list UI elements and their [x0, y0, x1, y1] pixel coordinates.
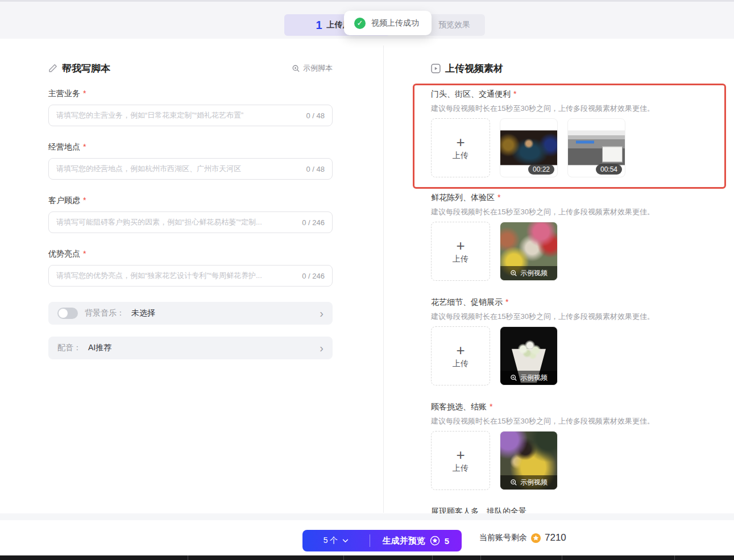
bgm-toggle[interactable] — [57, 308, 78, 319]
taskbar-divider — [188, 555, 188, 560]
upload-panel-title-row: 上传视频素材 — [431, 62, 503, 75]
chevron-right-icon: › — [320, 342, 324, 354]
example-video-label: 示例视频 — [520, 268, 548, 278]
voice-value: AI推荐 — [88, 343, 111, 353]
video-preview-image — [500, 130, 557, 165]
footer-bar: 5 个 生成并预览 5 当前账号剩余 7210 — [0, 520, 734, 555]
required-asterisk: * — [83, 196, 86, 205]
generate-cost: 5 — [445, 536, 449, 546]
advantage-label: 优势亮点* — [48, 249, 333, 259]
plus-icon: + — [456, 447, 465, 462]
video-thumbnail[interactable]: 00:54 — [567, 118, 625, 177]
script-panel-title-row: 帮我写脚本 — [48, 62, 110, 75]
taskbar-divider — [432, 555, 433, 560]
generate-label: 生成并预览 — [383, 536, 425, 546]
main-business-label: 主营业务* — [48, 89, 333, 99]
upload-label: 上传 — [453, 463, 468, 474]
upload-button[interactable]: + 上传 — [431, 431, 490, 490]
main-business-input[interactable]: 请填写您的主营业务，例如“日常花束定制”“婚礼花艺布置” 0 / 48 — [48, 105, 333, 126]
magnifier-plus-icon — [510, 269, 517, 277]
main-business-placeholder: 请填写您的主营业务，例如“日常花束定制”“婚礼花艺布置” — [56, 110, 243, 121]
script-panel-title: 帮我写脚本 — [62, 62, 110, 75]
bgm-toggle-knob — [59, 309, 68, 318]
upload-button[interactable]: + 上传 — [431, 326, 490, 385]
section-storefront-title: 门头、街区、交通便利* — [431, 89, 681, 99]
example-video-thumbnail[interactable]: 示例视频 — [500, 431, 558, 490]
advantage-placeholder: 请填写您的优势亮点，例如“独家花艺设计专利”“每周鲜花养护... — [56, 271, 262, 281]
script-panel: 帮我写脚本 示例脚本 主营业务* 请填写您的主营业务，例如“日常花束定制”“婚礼… — [48, 61, 333, 359]
video-file-icon — [431, 64, 441, 73]
section-detail-tiles: + 上传 示例视频 — [431, 326, 681, 385]
bgm-row[interactable]: 背景音乐： 未选择 › — [48, 302, 333, 325]
location-input[interactable]: 请填写您的经营地点，例如杭州市西湖区、广州市天河区 0 / 48 — [48, 158, 333, 180]
magnifier-plus-icon — [292, 64, 300, 73]
taskbar-divider — [562, 555, 562, 560]
generate-button[interactable]: 5 个 生成并预览 5 — [302, 530, 462, 551]
section-detail-title: 花艺细节、促销展示* — [431, 297, 681, 308]
advantage-counter: 0 / 246 — [302, 272, 325, 280]
customer-concern-placeholder: 请填写可能阻碍客户购买的因素，例如“担心鲜花易枯萎”“定制... — [56, 217, 262, 227]
section-checkout-tiles: + 上传 示例视频 — [431, 431, 681, 490]
required-asterisk: * — [497, 193, 500, 202]
step-2-label: 预览效果 — [438, 20, 470, 30]
video-preview-image — [568, 130, 625, 165]
section-checkout-title: 顾客挑选、结账* — [431, 402, 681, 412]
generate-action[interactable]: 生成并预览 5 — [370, 536, 462, 546]
toast-message: 视频上传成功 — [371, 18, 419, 28]
star-circle-icon — [430, 536, 440, 546]
upload-label: 上传 — [453, 359, 468, 369]
step-2-preview[interactable]: 预览效果 — [438, 14, 470, 36]
section-checkout-hint: 建议每段视频时长在15秒至30秒之间，上传多段视频素材效果更佳。 — [431, 416, 681, 426]
location-placeholder: 请填写您的经营地点，例如杭州市西湖区、广州市天河区 — [56, 164, 241, 174]
example-script-link[interactable]: 示例脚本 — [292, 63, 333, 73]
coin-star-icon — [530, 533, 541, 544]
example-video-label: 示例视频 — [520, 373, 548, 383]
plus-icon: + — [456, 343, 465, 358]
example-video-label: 示例视频 — [520, 478, 548, 487]
customer-concern-counter: 0 / 246 — [302, 218, 325, 227]
video-thumbnail[interactable]: 00:22 — [500, 118, 558, 177]
location-counter: 0 / 48 — [306, 165, 325, 173]
upload-panel-title: 上传视频素材 — [445, 62, 503, 75]
section-storefront-tiles: + 上传 00:22 00:54 — [431, 118, 681, 177]
required-asterisk: * — [513, 89, 516, 98]
advantage-input[interactable]: 请填写您的优势亮点，例如“独家花艺设计专利”“每周鲜花养护... 0 / 246 — [48, 265, 333, 287]
section-detail-hint: 建议每段视频时长在15秒至30秒之间，上传多段视频素材效果更佳。 — [431, 312, 681, 321]
example-video-overlay[interactable]: 示例视频 — [500, 266, 557, 280]
example-video-overlay[interactable]: 示例视频 — [500, 475, 557, 490]
step-1-number: 1 — [316, 19, 322, 32]
count-selector[interactable]: 5 个 — [302, 536, 370, 546]
video-preview-detail — [602, 146, 623, 162]
taskbar-divider — [674, 555, 675, 560]
voice-row[interactable]: 配音： AI推荐 › — [48, 337, 333, 359]
balance-value: 7210 — [545, 532, 566, 544]
bgm-label: 背景音乐： — [85, 308, 125, 318]
upload-button[interactable]: + 上传 — [431, 222, 490, 281]
required-asterisk: * — [490, 402, 492, 411]
upload-label: 上传 — [453, 151, 468, 161]
pencil-icon — [48, 64, 57, 73]
customer-concern-input[interactable]: 请填写可能阻碍客户购买的因素，例如“担心鲜花易枯萎”“定制... 0 / 246 — [48, 211, 333, 233]
magnifier-plus-icon — [510, 374, 517, 381]
example-script-label: 示例脚本 — [303, 63, 333, 73]
example-video-thumbnail[interactable]: 示例视频 — [500, 326, 558, 385]
taskbar-divider — [343, 555, 344, 560]
required-asterisk: * — [83, 249, 86, 258]
upload-success-toast: ✓ 视频上传成功 — [344, 11, 432, 35]
plus-icon: + — [456, 135, 465, 150]
video-preview-detail — [576, 140, 594, 143]
duration-badge: 00:22 — [528, 164, 554, 175]
balance-label: 当前账号剩余 — [479, 533, 527, 543]
example-video-thumbnail[interactable]: 示例视频 — [500, 222, 558, 281]
chevron-down-icon — [342, 539, 349, 543]
count-selector-value: 5 个 — [324, 536, 338, 546]
example-video-overlay[interactable]: 示例视频 — [500, 371, 557, 385]
upload-button[interactable]: + 上传 — [431, 118, 490, 177]
main-business-counter: 0 / 48 — [306, 111, 325, 120]
taskbar-edge — [0, 555, 734, 560]
voice-label: 配音： — [57, 343, 81, 353]
section-storefront-hint: 建议每段视频时长在15秒至30秒之间，上传多段视频素材效果更佳。 — [431, 103, 681, 113]
success-check-icon: ✓ — [354, 18, 366, 29]
account-balance: 当前账号剩余 7210 — [479, 520, 566, 555]
location-label: 经营地点* — [48, 142, 333, 152]
